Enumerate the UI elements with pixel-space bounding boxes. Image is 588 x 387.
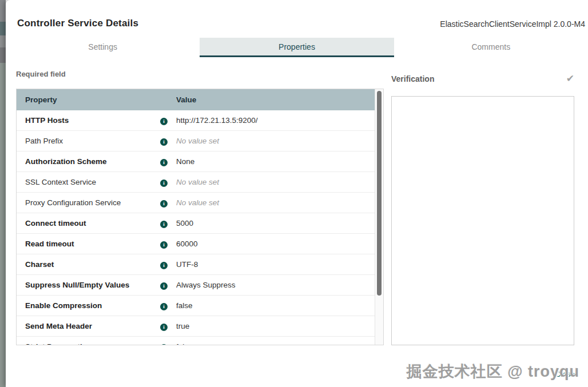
properties-table: Property Value HTTP Hostsihttp://172.21.…: [16, 89, 384, 345]
info-icon-cell: i: [160, 137, 168, 146]
property-value: UTF-8: [176, 260, 375, 269]
table-row: CharsetiUTF-8: [17, 254, 375, 275]
info-icon[interactable]: i: [160, 159, 168, 166]
tab-settings[interactable]: Settings: [6, 38, 200, 57]
table-rows: HTTP Hostsihttp://172.21.13.5:9200/Path …: [17, 110, 375, 345]
info-icon-cell: i: [160, 322, 168, 331]
info-icon[interactable]: i: [160, 118, 168, 125]
info-icon-cell: i: [160, 198, 168, 208]
table-row: HTTP Hostsihttp://172.21.13.5:9200/: [17, 110, 375, 131]
property-value: No value set: [176, 137, 375, 145]
background-app-strip: [0, 0, 6, 387]
info-icon-cell: i: [160, 178, 168, 187]
property-name: HTTP Hosts: [17, 116, 160, 125]
service-name-version: ElasticSearchClientServiceImpl 2.0.0-M4: [440, 19, 585, 29]
property-name: Path Prefix: [17, 137, 160, 145]
property-name: Read timeout: [17, 240, 160, 248]
controller-service-details-dialog: Controller Service Details ElasticSearch…: [6, 0, 588, 387]
table-row: Path PrefixiNo value set: [17, 131, 375, 151]
tab-properties[interactable]: Properties: [200, 38, 394, 57]
property-name: Connect timeout: [17, 219, 160, 228]
info-icon-cell: i: [160, 219, 168, 228]
info-icon[interactable]: i: [160, 179, 168, 187]
property-name: Enable Compression: [17, 301, 160, 310]
info-icon[interactable]: i: [160, 344, 168, 345]
info-icon-cell: i: [160, 281, 168, 290]
property-name: Authorization Scheme: [17, 157, 160, 166]
background-segment: [0, 0, 6, 22]
property-name: SSL Context Service: [17, 178, 160, 186]
table-row: Suppress Null/Empty ValuesiAlways Suppre…: [17, 275, 375, 296]
property-value: true: [176, 322, 375, 330]
property-name: Proxy Configuration Service: [17, 198, 160, 207]
property-name: Strict Deprecation: [17, 342, 160, 345]
info-icon-cell: i: [160, 342, 168, 345]
background-segment: [0, 63, 6, 387]
table-header-row: Property Value: [17, 89, 375, 110]
info-icon[interactable]: i: [160, 303, 168, 310]
info-icon[interactable]: i: [160, 241, 168, 249]
property-value: 60000: [176, 240, 375, 248]
property-value: false: [176, 301, 375, 310]
table-row: Enable Compressionifalse: [17, 296, 375, 316]
background-segment: [0, 22, 6, 35]
info-icon-cell: i: [160, 240, 168, 249]
table-row: Authorization SchemeiNone: [17, 151, 375, 172]
info-icon[interactable]: i: [160, 324, 168, 331]
verification-check-icon[interactable]: ✔: [566, 73, 574, 85]
info-icon-cell: i: [160, 116, 168, 125]
info-icon[interactable]: i: [160, 282, 168, 290]
property-value: None: [176, 157, 375, 166]
table-row: SSL Context ServiceiNo value set: [17, 172, 375, 193]
required-field-label: Required field: [16, 70, 66, 78]
property-value: false: [176, 342, 375, 345]
property-value: http://172.21.13.5:9200/: [176, 116, 375, 125]
table-scrollbar-track[interactable]: [375, 89, 383, 345]
property-value: 5000: [176, 219, 375, 228]
property-name: Send Meta Header: [17, 322, 160, 330]
info-icon[interactable]: i: [160, 138, 168, 146]
property-name: Suppress Null/Empty Values: [17, 281, 160, 289]
background-segment: [0, 35, 6, 47]
table-scrollbar-thumb[interactable]: [377, 91, 382, 296]
property-value: No value set: [176, 198, 375, 207]
column-header-property: Property: [17, 95, 160, 104]
property-name: Charset: [17, 260, 160, 269]
background-segment: [0, 47, 6, 63]
verification-results-panel: [391, 96, 574, 345]
tab-comments[interactable]: Comments: [394, 38, 588, 57]
column-header-value: Value: [176, 95, 375, 104]
properties-table-body: Property Value HTTP Hostsihttp://172.21.…: [17, 89, 375, 345]
close-button[interactable]: Close: [555, 370, 575, 378]
property-value: Always Suppress: [176, 281, 375, 289]
table-row: Strict Deprecationifalse: [17, 337, 375, 345]
dialog-title: Controller Service Details: [17, 18, 138, 29]
table-row: Read timeouti60000: [17, 234, 375, 254]
table-row: Send Meta Headeritrue: [17, 316, 375, 337]
table-row: Connect timeouti5000: [17, 213, 375, 234]
info-icon-cell: i: [160, 301, 168, 310]
table-row: Proxy Configuration ServiceiNo value set: [17, 193, 375, 213]
info-icon[interactable]: i: [160, 221, 168, 228]
info-icon-cell: i: [160, 157, 168, 166]
verification-label: Verification: [391, 74, 434, 83]
info-icon-cell: i: [160, 260, 168, 269]
tab-bar: SettingsPropertiesComments: [6, 38, 588, 57]
property-value: No value set: [176, 178, 375, 186]
info-icon[interactable]: i: [160, 200, 168, 208]
info-icon[interactable]: i: [160, 262, 168, 269]
